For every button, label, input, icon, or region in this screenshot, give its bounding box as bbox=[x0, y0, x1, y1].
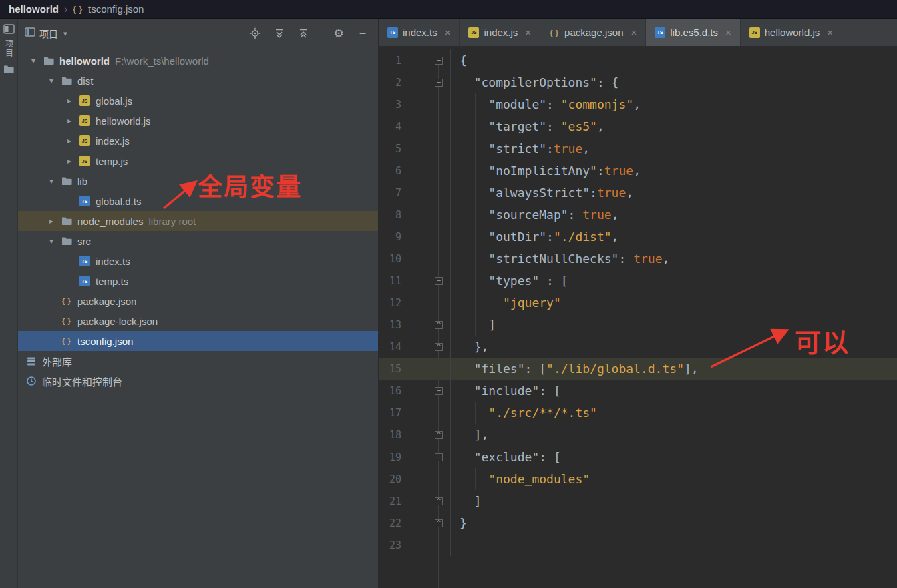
editor-tab[interactable]: { }package.json× bbox=[540, 19, 646, 46]
fold-marker-start[interactable]: − bbox=[435, 79, 443, 87]
fold-marker-start[interactable]: − bbox=[435, 453, 443, 461]
editor-tab[interactable]: TSlib.es5.d.ts× bbox=[646, 19, 740, 46]
code-text: "target": "es5", bbox=[451, 119, 604, 133]
fold-marker-end[interactable]: ^ bbox=[435, 497, 443, 505]
tool-window-stripe: 项目 bbox=[0, 19, 18, 588]
chevron-right-icon[interactable]: ▸ bbox=[61, 136, 78, 145]
locate-file-button[interactable] bbox=[245, 24, 265, 43]
fold-marker-start[interactable]: − bbox=[435, 387, 443, 395]
code-editor[interactable]: 1−{2− "compilerOptions": {3 "module": "c… bbox=[379, 47, 897, 588]
code-line: 21^ ] bbox=[379, 490, 897, 512]
code-line: 19− "exclude": [ bbox=[379, 446, 897, 468]
code-text: "./src/**/*.ts" bbox=[451, 406, 597, 420]
expand-all-button[interactable] bbox=[269, 24, 289, 43]
chevron-right-icon[interactable]: ▸ bbox=[61, 156, 78, 166]
code-line: 18^ ], bbox=[379, 424, 897, 446]
settings-gear-icon[interactable]: ⚙ bbox=[329, 24, 349, 43]
tree-item[interactable]: { }tsconfig.json bbox=[18, 331, 378, 351]
tree-item[interactable]: { }package.json bbox=[18, 291, 378, 311]
fold-marker-end[interactable]: ^ bbox=[435, 431, 443, 439]
annotation-arrow-global-variable bbox=[156, 175, 204, 214]
editor-gutter: 10 bbox=[379, 248, 451, 270]
tab-label: package.json bbox=[564, 27, 623, 38]
code-text: "strict":true, bbox=[451, 141, 590, 156]
line-number: 1 bbox=[379, 55, 401, 67]
json-file-icon: { } bbox=[549, 27, 560, 38]
code-line: 12 "jquery" bbox=[379, 292, 897, 314]
tab-close-icon[interactable]: × bbox=[725, 27, 731, 38]
tree-item[interactable]: 外部库 bbox=[18, 351, 378, 371]
breadcrumb-project[interactable]: helloworld bbox=[9, 3, 59, 15]
line-number: 8 bbox=[379, 209, 401, 221]
project-tool-window-button[interactable]: 项目 bbox=[3, 24, 15, 58]
hide-panel-button[interactable]: − bbox=[353, 24, 373, 43]
tree-item[interactable]: ▸JSindex.js bbox=[18, 131, 378, 151]
tree-item[interactable]: ▸JShelloworld.js bbox=[18, 111, 378, 131]
js-icon: JS bbox=[78, 95, 92, 106]
fold-marker-end[interactable]: ^ bbox=[435, 321, 443, 329]
tree-item[interactable]: { }package-lock.json bbox=[18, 311, 378, 331]
collapse-all-button[interactable] bbox=[293, 24, 313, 43]
editor-tab[interactable]: JSindex.js× bbox=[460, 19, 540, 46]
fold-marker-end[interactable]: ^ bbox=[435, 343, 443, 351]
tree-item-label: src bbox=[77, 236, 91, 247]
code-line: 11− "types" : [ bbox=[379, 270, 897, 292]
chevron-right-icon[interactable]: ▸ bbox=[61, 116, 78, 125]
editor-gutter: 3 bbox=[379, 93, 451, 115]
tree-item-label: index.js bbox=[96, 135, 130, 147]
line-number: 14 bbox=[379, 341, 401, 353]
tree-item-label: package.json bbox=[77, 296, 136, 307]
tree-item[interactable]: ▸JSglobal.js bbox=[18, 91, 378, 111]
tree-item[interactable]: ▾dist bbox=[18, 71, 378, 91]
chevron-right-icon[interactable]: ▸ bbox=[61, 96, 78, 105]
chevron-down-icon[interactable]: ▾ bbox=[43, 236, 60, 246]
chevron-down-icon[interactable]: ▾ bbox=[43, 176, 60, 186]
tree-item[interactable]: ▸node_moduleslibrary root bbox=[18, 211, 378, 231]
code-text: "exclude": [ bbox=[451, 450, 561, 464]
chevron-down-icon[interactable]: ▾ bbox=[63, 29, 67, 38]
chevron-down-icon[interactable]: ▾ bbox=[43, 76, 60, 85]
editor-gutter: 4 bbox=[379, 115, 451, 137]
project-tool-icon bbox=[3, 24, 15, 37]
tree-item-label: 外部库 bbox=[42, 354, 72, 368]
line-number: 3 bbox=[379, 99, 401, 111]
line-number: 15 bbox=[379, 363, 401, 375]
chevron-down-icon[interactable]: ▾ bbox=[25, 56, 42, 65]
code-line: 10 "strictNullChecks": true, bbox=[379, 248, 897, 270]
tab-close-icon[interactable]: × bbox=[445, 27, 451, 38]
libs-icon bbox=[25, 356, 38, 366]
tab-label: index.js bbox=[484, 27, 518, 38]
code-text: "include": [ bbox=[451, 384, 561, 398]
fold-marker-end[interactable]: ^ bbox=[435, 519, 443, 527]
tab-close-icon[interactable]: × bbox=[631, 27, 637, 38]
tree-item-label: 临时文件和控制台 bbox=[42, 374, 122, 388]
chevron-right-icon[interactable]: ▸ bbox=[43, 216, 60, 226]
tree-item[interactable]: ▾helloworldF:\work_ts\helloworld bbox=[18, 51, 378, 71]
code-text: "jquery" bbox=[451, 296, 561, 310]
editor-gutter: 11− bbox=[379, 270, 451, 292]
line-number: 10 bbox=[379, 253, 401, 265]
code-line: 9 "outDir":"./dist", bbox=[379, 226, 897, 248]
project-panel-header: 项目 ▾ ⚙ − bbox=[18, 19, 378, 48]
tree-item[interactable]: ▾src bbox=[18, 231, 378, 251]
editor-gutter: 22^ bbox=[379, 512, 451, 534]
tab-close-icon[interactable]: × bbox=[827, 27, 833, 38]
tree-item[interactable]: TStemp.ts bbox=[18, 271, 378, 291]
tab-close-icon[interactable]: × bbox=[525, 27, 531, 38]
code-text: ], bbox=[451, 428, 488, 442]
editor-tab[interactable]: TSindex.ts× bbox=[379, 19, 460, 46]
editor-tab[interactable]: JShelloworld.js× bbox=[741, 19, 842, 46]
breadcrumb-file[interactable]: tsconfig.json bbox=[88, 3, 144, 15]
folder-tool-window-button[interactable] bbox=[3, 65, 14, 77]
editor-gutter: 5 bbox=[379, 137, 451, 160]
tree-item[interactable]: TSindex.ts bbox=[18, 251, 378, 271]
scratch-icon bbox=[25, 376, 38, 386]
project-panel: 项目 ▾ ⚙ − ▾helloworldF:\work_ts\helloworl… bbox=[18, 19, 379, 588]
fold-marker-start[interactable]: − bbox=[435, 57, 443, 65]
tree-item[interactable]: 临时文件和控制台 bbox=[18, 371, 378, 391]
js-file-icon: JS bbox=[468, 27, 479, 38]
js-icon: JS bbox=[78, 115, 92, 126]
fold-marker-start[interactable]: − bbox=[435, 277, 443, 285]
editor-gutter: 21^ bbox=[379, 490, 451, 512]
project-panel-title[interactable]: 项目 bbox=[39, 27, 58, 40]
